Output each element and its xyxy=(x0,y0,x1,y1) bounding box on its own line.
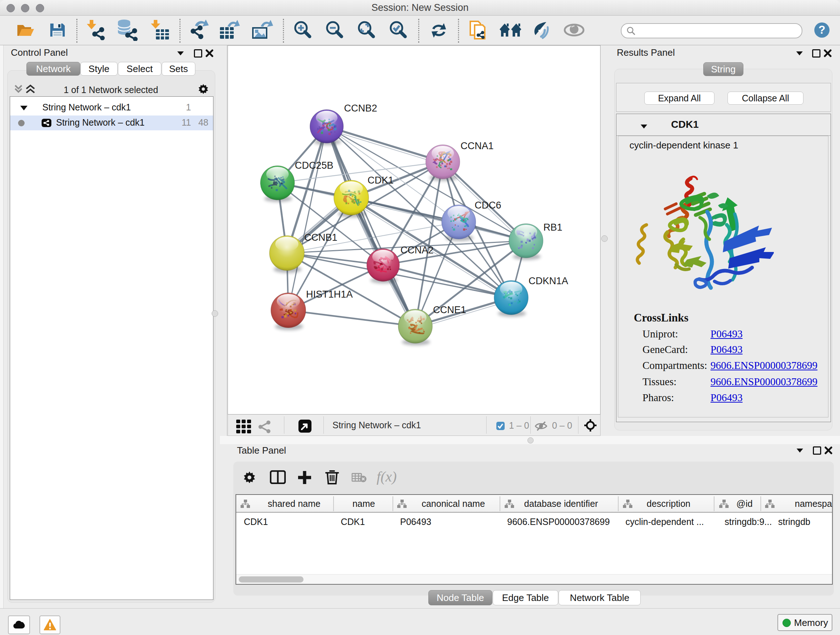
svg-text:CDK1: CDK1 xyxy=(368,175,393,186)
svg-text:CDC25B: CDC25B xyxy=(295,160,333,171)
svg-text:CCNE1: CCNE1 xyxy=(433,304,466,315)
svg-text:CDC6: CDC6 xyxy=(475,200,501,211)
svg-text:CCNA2: CCNA2 xyxy=(401,245,434,256)
svg-text:RB1: RB1 xyxy=(543,222,562,233)
svg-text:CCNA1: CCNA1 xyxy=(461,141,494,151)
svg-text:HIST1H1A: HIST1H1A xyxy=(306,289,353,300)
svg-text:CDKN1A: CDKN1A xyxy=(529,276,568,287)
svg-text:CCNB1: CCNB1 xyxy=(304,232,338,243)
svg-text:CCNB2: CCNB2 xyxy=(344,103,377,114)
